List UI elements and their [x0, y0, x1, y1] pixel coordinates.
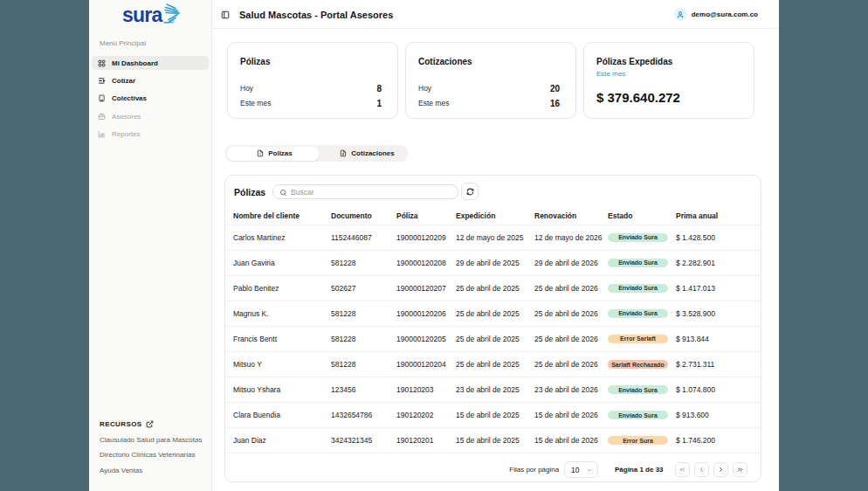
svg-text:sura: sura — [122, 3, 162, 26]
